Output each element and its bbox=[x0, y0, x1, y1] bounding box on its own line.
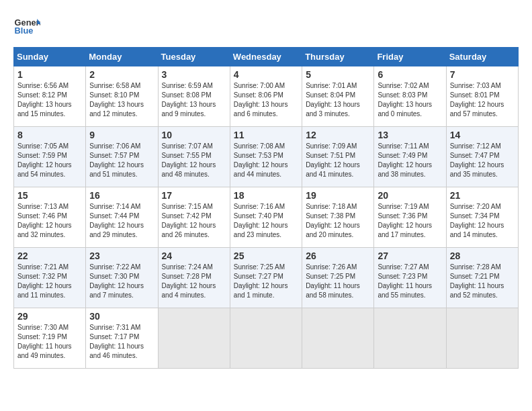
svg-text:Blue: Blue bbox=[15, 26, 34, 36]
logo: General Blue bbox=[13, 13, 40, 40]
calendar-day-cell bbox=[230, 308, 302, 369]
day-info: Sunrise: 6:56 AMSunset: 8:12 PMDaylight:… bbox=[17, 81, 82, 119]
day-number: 27 bbox=[378, 250, 442, 261]
day-number: 15 bbox=[17, 190, 82, 201]
day-info: Sunrise: 7:00 AMSunset: 8:06 PMDaylight:… bbox=[234, 81, 298, 119]
day-number: 26 bbox=[306, 250, 370, 261]
day-info: Sunrise: 7:13 AMSunset: 7:46 PMDaylight:… bbox=[17, 202, 82, 240]
day-info: Sunrise: 7:12 AMSunset: 7:47 PMDaylight:… bbox=[450, 142, 515, 179]
day-number: 1 bbox=[17, 69, 82, 80]
calendar-day-cell: 16Sunrise: 7:14 AMSunset: 7:44 PMDayligh… bbox=[86, 187, 158, 248]
day-info: Sunrise: 7:03 AMSunset: 8:01 PMDaylight:… bbox=[450, 81, 515, 119]
day-number: 19 bbox=[306, 190, 370, 201]
day-number: 13 bbox=[378, 130, 442, 140]
day-number: 20 bbox=[378, 190, 442, 201]
day-info: Sunrise: 6:59 AMSunset: 8:08 PMDaylight:… bbox=[162, 81, 226, 119]
calendar-week-row: 1Sunrise: 6:56 AMSunset: 8:12 PMDaylight… bbox=[14, 66, 519, 127]
day-info: Sunrise: 7:31 AMSunset: 7:17 PMDaylight:… bbox=[89, 323, 154, 361]
calendar-day-cell bbox=[374, 308, 446, 369]
weekday-header-saturday: Saturday bbox=[446, 48, 518, 66]
day-number: 3 bbox=[162, 69, 226, 80]
day-info: Sunrise: 7:28 AMSunset: 7:21 PMDaylight:… bbox=[450, 263, 515, 300]
day-number: 10 bbox=[162, 130, 226, 140]
day-number: 11 bbox=[234, 130, 298, 140]
day-info: Sunrise: 7:27 AMSunset: 7:23 PMDaylight:… bbox=[378, 263, 442, 300]
calendar-day-cell: 12Sunrise: 7:09 AMSunset: 7:51 PMDayligh… bbox=[302, 127, 374, 187]
day-number: 6 bbox=[378, 69, 442, 80]
day-info: Sunrise: 7:25 AMSunset: 7:27 PMDaylight:… bbox=[234, 263, 298, 300]
calendar-day-cell: 13Sunrise: 7:11 AMSunset: 7:49 PMDayligh… bbox=[374, 127, 446, 187]
day-info: Sunrise: 7:11 AMSunset: 7:49 PMDaylight:… bbox=[378, 142, 442, 179]
day-info: Sunrise: 7:22 AMSunset: 7:30 PMDaylight:… bbox=[89, 263, 154, 300]
day-info: Sunrise: 7:18 AMSunset: 7:38 PMDaylight:… bbox=[306, 202, 370, 240]
calendar-day-cell: 24Sunrise: 7:24 AMSunset: 7:28 PMDayligh… bbox=[158, 248, 230, 308]
calendar-day-cell: 7Sunrise: 7:03 AMSunset: 8:01 PMDaylight… bbox=[446, 66, 518, 127]
day-number: 8 bbox=[17, 130, 82, 140]
day-number: 5 bbox=[306, 69, 370, 80]
day-info: Sunrise: 7:15 AMSunset: 7:42 PMDaylight:… bbox=[162, 202, 226, 240]
day-info: Sunrise: 7:16 AMSunset: 7:40 PMDaylight:… bbox=[234, 202, 298, 240]
day-number: 30 bbox=[89, 311, 154, 322]
calendar-day-cell: 1Sunrise: 6:56 AMSunset: 8:12 PMDaylight… bbox=[14, 66, 86, 127]
day-info: Sunrise: 7:01 AMSunset: 8:04 PMDaylight:… bbox=[306, 81, 370, 119]
logo-icon: General Blue bbox=[13, 13, 40, 40]
day-info: Sunrise: 7:14 AMSunset: 7:44 PMDaylight:… bbox=[89, 202, 154, 240]
calendar-day-cell: 23Sunrise: 7:22 AMSunset: 7:30 PMDayligh… bbox=[86, 248, 158, 308]
day-info: Sunrise: 7:06 AMSunset: 7:57 PMDaylight:… bbox=[89, 142, 154, 179]
day-number: 7 bbox=[450, 69, 515, 80]
calendar-day-cell: 20Sunrise: 7:19 AMSunset: 7:36 PMDayligh… bbox=[374, 187, 446, 248]
day-number: 12 bbox=[306, 130, 370, 140]
calendar-day-cell: 5Sunrise: 7:01 AMSunset: 8:04 PMDaylight… bbox=[302, 66, 374, 127]
calendar-day-cell: 15Sunrise: 7:13 AMSunset: 7:46 PMDayligh… bbox=[14, 187, 86, 248]
header: General Blue bbox=[13, 13, 519, 40]
calendar-day-cell: 11Sunrise: 7:08 AMSunset: 7:53 PMDayligh… bbox=[230, 127, 302, 187]
calendar-day-cell: 25Sunrise: 7:25 AMSunset: 7:27 PMDayligh… bbox=[230, 248, 302, 308]
day-number: 18 bbox=[234, 190, 298, 201]
day-number: 2 bbox=[89, 69, 154, 80]
day-info: Sunrise: 7:21 AMSunset: 7:32 PMDaylight:… bbox=[17, 263, 82, 300]
weekday-header-sunday: Sunday bbox=[14, 48, 86, 66]
calendar-day-cell: 18Sunrise: 7:16 AMSunset: 7:40 PMDayligh… bbox=[230, 187, 302, 248]
day-info: Sunrise: 7:20 AMSunset: 7:34 PMDaylight:… bbox=[450, 202, 515, 240]
calendar-day-cell: 26Sunrise: 7:26 AMSunset: 7:25 PMDayligh… bbox=[302, 248, 374, 308]
day-number: 14 bbox=[450, 130, 515, 140]
day-info: Sunrise: 7:07 AMSunset: 7:55 PMDaylight:… bbox=[162, 142, 226, 179]
day-number: 25 bbox=[234, 250, 298, 261]
calendar-day-cell: 22Sunrise: 7:21 AMSunset: 7:32 PMDayligh… bbox=[14, 248, 86, 308]
day-number: 29 bbox=[17, 311, 82, 322]
calendar-week-row: 15Sunrise: 7:13 AMSunset: 7:46 PMDayligh… bbox=[14, 187, 519, 248]
day-info: Sunrise: 7:05 AMSunset: 7:59 PMDaylight:… bbox=[17, 142, 82, 179]
calendar-day-cell: 4Sunrise: 7:00 AMSunset: 8:06 PMDaylight… bbox=[230, 66, 302, 127]
calendar-day-cell: 3Sunrise: 6:59 AMSunset: 8:08 PMDaylight… bbox=[158, 66, 230, 127]
day-info: Sunrise: 7:09 AMSunset: 7:51 PMDaylight:… bbox=[306, 142, 370, 179]
calendar-week-row: 8Sunrise: 7:05 AMSunset: 7:59 PMDaylight… bbox=[14, 127, 519, 187]
calendar-day-cell: 14Sunrise: 7:12 AMSunset: 7:47 PMDayligh… bbox=[446, 127, 518, 187]
day-number: 28 bbox=[450, 250, 515, 261]
day-info: Sunrise: 7:26 AMSunset: 7:25 PMDaylight:… bbox=[306, 263, 370, 300]
calendar-day-cell: 27Sunrise: 7:27 AMSunset: 7:23 PMDayligh… bbox=[374, 248, 446, 308]
day-number: 21 bbox=[450, 190, 515, 201]
day-info: Sunrise: 7:24 AMSunset: 7:28 PMDaylight:… bbox=[162, 263, 226, 300]
day-number: 9 bbox=[89, 130, 154, 140]
calendar-day-cell: 17Sunrise: 7:15 AMSunset: 7:42 PMDayligh… bbox=[158, 187, 230, 248]
calendar-day-cell: 30Sunrise: 7:31 AMSunset: 7:17 PMDayligh… bbox=[86, 308, 158, 369]
calendar-day-cell bbox=[446, 308, 518, 369]
calendar-day-cell: 28Sunrise: 7:28 AMSunset: 7:21 PMDayligh… bbox=[446, 248, 518, 308]
day-number: 16 bbox=[89, 190, 154, 201]
weekday-header-monday: Monday bbox=[86, 48, 158, 66]
calendar-table: SundayMondayTuesdayWednesdayThursdayFrid… bbox=[13, 47, 519, 369]
day-info: Sunrise: 6:58 AMSunset: 8:10 PMDaylight:… bbox=[89, 81, 154, 119]
day-info: Sunrise: 7:02 AMSunset: 8:03 PMDaylight:… bbox=[378, 81, 442, 119]
calendar-day-cell bbox=[302, 308, 374, 369]
day-info: Sunrise: 7:19 AMSunset: 7:36 PMDaylight:… bbox=[378, 202, 442, 240]
calendar-day-cell: 29Sunrise: 7:30 AMSunset: 7:19 PMDayligh… bbox=[14, 308, 86, 369]
calendar-week-row: 29Sunrise: 7:30 AMSunset: 7:19 PMDayligh… bbox=[14, 308, 519, 369]
calendar-day-cell: 2Sunrise: 6:58 AMSunset: 8:10 PMDaylight… bbox=[86, 66, 158, 127]
weekday-header-row: SundayMondayTuesdayWednesdayThursdayFrid… bbox=[14, 48, 519, 66]
weekday-header-thursday: Thursday bbox=[302, 48, 374, 66]
day-number: 22 bbox=[17, 250, 82, 261]
day-number: 23 bbox=[89, 250, 154, 261]
day-number: 17 bbox=[162, 190, 226, 201]
day-number: 24 bbox=[162, 250, 226, 261]
calendar-day-cell: 6Sunrise: 7:02 AMSunset: 8:03 PMDaylight… bbox=[374, 66, 446, 127]
